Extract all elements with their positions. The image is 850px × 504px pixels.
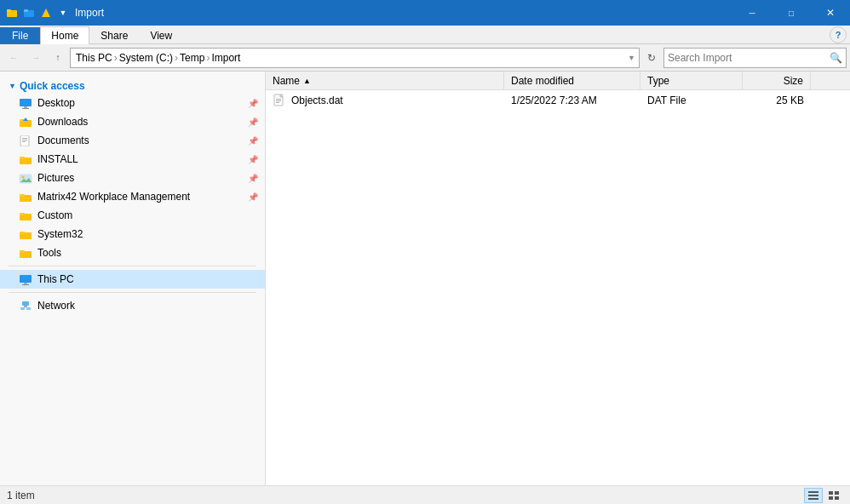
forward-button[interactable]: → [26, 48, 46, 68]
col-header-type[interactable]: Type [640, 72, 743, 89]
svg-rect-32 [24, 306, 27, 307]
svg-rect-43 [808, 498, 818, 500]
refresh-button[interactable]: ↻ [641, 48, 662, 68]
system32-label: System32 [37, 228, 258, 240]
install-icon [17, 152, 34, 166]
pictures-icon [17, 171, 34, 185]
sidebar-item-system32[interactable]: System32 [0, 225, 265, 243]
matrix42-label: Matrix42 Workplace Management [37, 191, 248, 203]
dat-file-icon [273, 94, 286, 107]
quick-access-arrow: ▼ [9, 82, 16, 90]
thispc-label: This PC [37, 273, 258, 285]
search-bar[interactable]: 🔍 [663, 48, 847, 68]
quick-access-text: Quick access [20, 80, 85, 92]
svg-rect-29 [24, 283, 27, 284]
col-header-size[interactable]: Size [743, 72, 811, 89]
svg-rect-11 [20, 135, 29, 146]
maximize-button[interactable]: □ [772, 0, 811, 26]
col-header-date[interactable]: Date modified [504, 72, 640, 89]
svg-rect-23 [20, 213, 25, 215]
statusbar: 1 item [0, 485, 850, 504]
install-label: INSTALL [37, 153, 248, 165]
svg-rect-5 [20, 99, 32, 106]
up-button[interactable]: ↑ [48, 48, 68, 68]
svg-rect-13 [22, 140, 27, 140]
filelist: Name ▲ Date modified Type Size [266, 72, 850, 485]
sidebar-item-downloads[interactable]: Downloads 📌 [0, 112, 265, 131]
breadcrumb-import: Import [211, 52, 240, 64]
svg-rect-46 [829, 496, 833, 500]
svg-rect-28 [20, 275, 32, 283]
close-button[interactable]: ✕ [811, 0, 850, 26]
breadcrumb-temp[interactable]: Temp [180, 52, 204, 64]
breadcrumb-dropdown[interactable]: ▼ [628, 54, 635, 62]
svg-rect-21 [20, 194, 25, 197]
svg-rect-3 [24, 9, 28, 12]
titlebar-icon2 [22, 6, 36, 20]
titlebar-app-icons: ▼ [5, 6, 70, 20]
svg-rect-40 [276, 102, 279, 103]
sidebar-item-documents[interactable]: Documents 📌 [0, 131, 265, 150]
network-icon [17, 299, 34, 312]
pin-icon-downloads: 📌 [248, 117, 258, 127]
documents-icon [17, 134, 34, 147]
breadcrumb-systemc[interactable]: System (C:) [119, 52, 173, 64]
system32-icon [17, 227, 34, 241]
sidebar-item-pictures[interactable]: Pictures 📌 [0, 169, 265, 187]
svg-rect-25 [20, 232, 25, 234]
help-button[interactable]: ? [830, 26, 847, 43]
tab-file[interactable]: File [0, 27, 40, 44]
filelist-body: Objects.dat 1/25/2022 7:23 AM DAT File 2… [266, 90, 850, 485]
col-header-name[interactable]: Name ▲ [266, 72, 504, 89]
pin-icon-documents: 📌 [248, 136, 258, 146]
pin-icon-install: 📌 [248, 155, 258, 164]
svg-rect-44 [829, 491, 833, 495]
sidebar-item-thispc[interactable]: This PC [0, 270, 265, 289]
pin-icon-matrix42: 📌 [248, 192, 258, 202]
view-large-button[interactable] [824, 488, 843, 503]
sidebar-item-matrix42[interactable]: Matrix42 Workplace Management 📌 [0, 187, 265, 206]
svg-rect-31 [22, 301, 29, 306]
search-input[interactable] [668, 52, 830, 64]
titlebar-dropdown[interactable]: ▼ [56, 6, 70, 20]
tab-home[interactable]: Home [40, 26, 89, 44]
titlebar: ▼ Import ─ □ ✕ [0, 0, 850, 26]
sidebar-item-tools[interactable]: Tools [0, 243, 265, 262]
tools-label: Tools [37, 247, 258, 259]
svg-rect-30 [22, 284, 29, 285]
file-date: 1/25/2022 7:23 AM [511, 94, 597, 106]
custom-label: Custom [37, 209, 258, 221]
view-details-button[interactable] [804, 488, 823, 503]
file-size: 25 KB [776, 94, 804, 106]
sidebar-item-install[interactable]: INSTALL 📌 [0, 150, 265, 169]
minimize-button[interactable]: ─ [732, 0, 772, 26]
tab-view[interactable]: View [139, 26, 183, 44]
file-name-cell: Objects.dat [266, 90, 504, 111]
file-type: DAT File [647, 94, 686, 106]
svg-point-18 [22, 175, 25, 178]
sidebar-item-network[interactable]: Network [0, 296, 265, 315]
sidebar-divider2 [9, 292, 256, 293]
table-row[interactable]: Objects.dat 1/25/2022 7:23 AM DAT File 2… [266, 90, 850, 111]
network-label: Network [37, 300, 258, 312]
svg-rect-34 [26, 307, 31, 310]
breadcrumb-thispc[interactable]: This PC [76, 52, 112, 64]
app-icon [5, 6, 19, 20]
svg-rect-38 [276, 99, 281, 100]
svg-rect-16 [20, 157, 25, 159]
svg-rect-42 [808, 495, 818, 496]
sidebar-item-desktop[interactable]: Desktop 📌 [0, 94, 265, 112]
sidebar-item-custom[interactable]: Custom [0, 206, 265, 225]
window-title: Import [70, 7, 732, 19]
svg-rect-6 [24, 106, 27, 108]
tab-share[interactable]: Share [89, 26, 139, 44]
back-button[interactable]: ← [3, 48, 24, 68]
item-count: 1 item [7, 490, 35, 501]
breadcrumb-bar[interactable]: This PC › System (C:) › Temp › Import ▼ [70, 48, 640, 68]
search-icon: 🔍 [830, 52, 842, 64]
filelist-header: Name ▲ Date modified Type Size [266, 72, 850, 90]
svg-rect-39 [276, 100, 281, 101]
svg-rect-7 [22, 108, 29, 109]
file-type-cell: DAT File [640, 90, 743, 111]
desktop-label: Desktop [37, 97, 248, 109]
